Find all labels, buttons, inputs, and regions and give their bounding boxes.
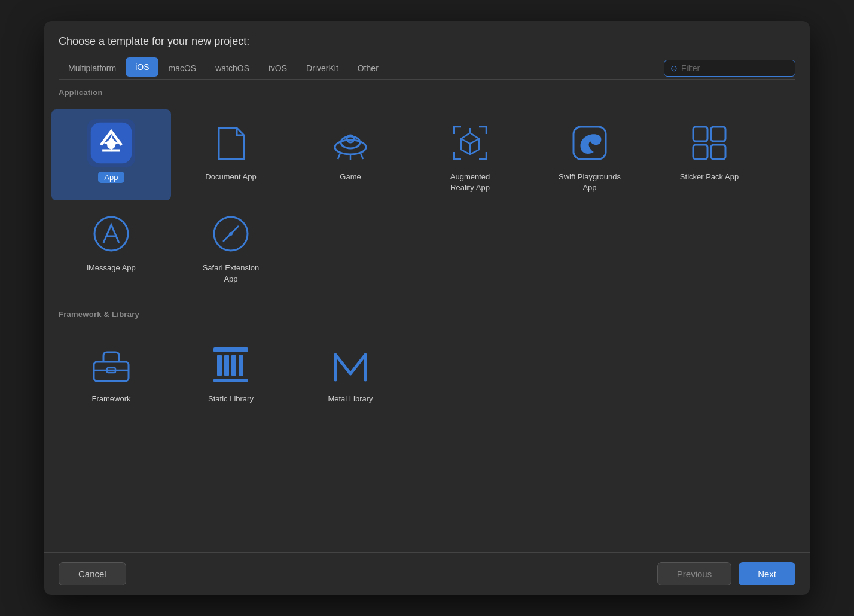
template-static-library[interactable]: Static Library [171,331,291,411]
svg-rect-13 [711,145,725,159]
dialog-footer: Cancel Previous Next [44,552,810,595]
svg-rect-19 [214,379,248,382]
template-chooser-dialog: Choose a template for your new project: … [44,21,810,595]
dialog-header: Choose a template for your new project: … [44,21,810,80]
svg-line-8 [361,153,363,159]
filter-icon: ⊜ [670,63,678,73]
svg-rect-24 [239,355,243,376]
template-app[interactable]: ✦ App [51,109,171,200]
svg-rect-11 [711,127,725,141]
augmented-reality-label: AugmentedReality App [450,172,490,193]
app-icon: ✦ [87,119,135,167]
tab-other[interactable]: Other [348,57,388,79]
template-safari-extension-app[interactable]: Safari ExtensionApp [171,200,291,291]
static-library-icon [207,341,255,389]
framework-library-templates-grid: Framework Static Library [51,325,803,421]
augmented-reality-icon [446,119,494,167]
app-icon-bg: ✦ [87,119,135,167]
svg-rect-21 [217,355,222,376]
imessage-label: iMessage App [87,263,136,273]
template-metal-library[interactable]: Metal Library [291,331,410,411]
app-label-badge: App [98,172,124,183]
tab-tvos[interactable]: tvOS [259,57,297,79]
svg-rect-23 [231,355,236,376]
imessage-icon [87,210,135,258]
document-app-label: Document App [205,172,256,182]
safari-extension-label: Safari ExtensionApp [203,263,260,284]
metal-library-label: Metal Library [328,394,373,404]
template-framework[interactable]: Framework [51,331,171,411]
svg-point-14 [94,217,128,251]
template-swift-playgrounds-app[interactable]: Swift PlaygroundsApp [530,109,649,200]
previous-button[interactable]: Previous [657,562,731,585]
tab-ios[interactable]: iOS [126,57,158,77]
framework-icon [87,341,135,389]
tab-watchos[interactable]: watchOS [206,57,259,79]
filter-box: ⊜ [664,60,795,77]
template-game[interactable]: Game [291,109,410,200]
tab-multiplatform[interactable]: Multiplatform [59,57,126,79]
template-document-app[interactable]: Document App [171,109,291,200]
swift-playgrounds-icon [566,119,614,167]
tab-macos[interactable]: macOS [158,57,206,79]
filter-input[interactable] [681,63,789,73]
document-app-icon [207,119,255,167]
content-area: Application ✦ App [44,80,810,552]
metal-library-icon [327,341,374,389]
cancel-button[interactable]: Cancel [59,562,126,585]
game-label: Game [340,172,361,182]
template-sticker-pack-app[interactable]: Sticker Pack App [649,109,769,200]
svg-line-6 [338,153,340,159]
svg-rect-17 [94,362,129,381]
tabs-and-filter: Multiplatform iOS macOS watchOS tvOS Dri… [59,57,795,80]
next-button[interactable]: Next [739,562,795,585]
svg-point-16 [229,232,233,236]
platform-tabs: Multiplatform iOS macOS watchOS tvOS Dri… [59,57,388,79]
sticker-pack-label: Sticker Pack App [680,172,739,182]
svg-rect-10 [693,127,707,141]
safari-extension-icon [207,210,255,258]
dialog-title: Choose a template for your new project: [59,35,795,48]
svg-rect-12 [693,145,707,159]
section-label-application: Application [51,80,803,103]
application-templates-grid: ✦ App Document App [51,103,803,301]
svg-rect-20 [214,347,248,352]
svg-rect-9 [574,127,606,159]
static-library-label: Static Library [208,394,254,404]
framework-label: Framework [92,394,130,404]
swift-playgrounds-label: Swift PlaygroundsApp [559,172,621,193]
game-icon [327,119,374,167]
template-augmented-reality-app[interactable]: AugmentedReality App [410,109,530,200]
section-label-framework-library: Framework & Library [51,301,803,325]
svg-point-2 [107,141,115,150]
sticker-pack-icon [685,119,733,167]
tab-driverkit[interactable]: DriverKit [297,57,348,79]
footer-right: Previous Next [657,562,795,585]
template-imessage-app[interactable]: iMessage App [51,200,171,291]
svg-rect-22 [224,355,229,376]
